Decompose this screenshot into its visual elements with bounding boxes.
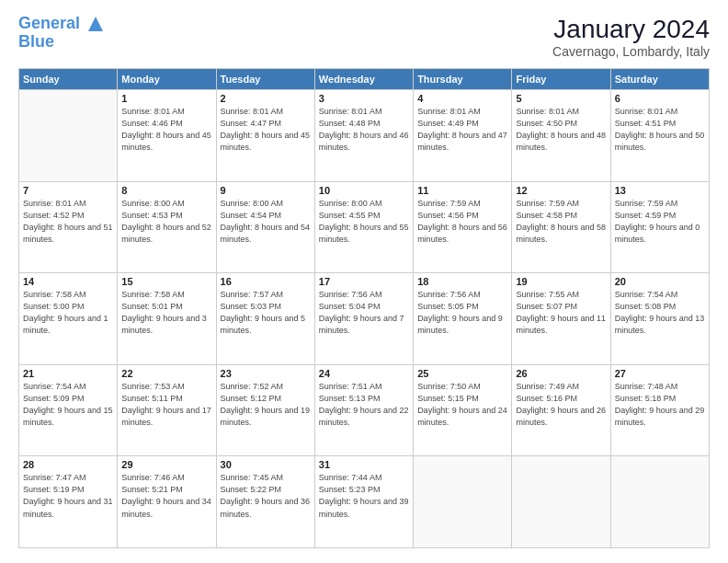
calendar-header-wednesday: Wednesday <box>314 69 413 90</box>
calendar-cell <box>512 456 610 548</box>
day-number: 13 <box>615 185 705 196</box>
day-number: 16 <box>221 276 311 287</box>
calendar-cell <box>610 456 709 548</box>
calendar-cell: 10 Sunrise: 8:00 AMSunset: 4:55 PMDaylig… <box>314 181 413 273</box>
day-detail: Sunrise: 7:54 AMSunset: 5:08 PMDaylight:… <box>615 289 705 337</box>
day-detail: Sunrise: 7:58 AMSunset: 5:00 PMDaylight:… <box>23 289 113 337</box>
day-detail: Sunrise: 7:53 AMSunset: 5:11 PMDaylight:… <box>121 381 211 429</box>
page: General Blue January 2024 Cavernago, Lom… <box>0 0 728 563</box>
calendar-cell: 3 Sunrise: 8:01 AMSunset: 4:48 PMDayligh… <box>314 90 413 182</box>
calendar-cell: 4 Sunrise: 8:01 AMSunset: 4:49 PMDayligh… <box>414 90 512 182</box>
calendar-cell: 22 Sunrise: 7:53 AMSunset: 5:11 PMDaylig… <box>118 364 216 456</box>
svg-marker-0 <box>88 17 103 31</box>
calendar-cell: 6 Sunrise: 8:01 AMSunset: 4:51 PMDayligh… <box>610 90 709 182</box>
calendar-cell: 2 Sunrise: 8:01 AMSunset: 4:47 PMDayligh… <box>216 90 314 182</box>
day-detail: Sunrise: 7:51 AMSunset: 5:13 PMDaylight:… <box>319 381 409 429</box>
day-detail: Sunrise: 7:56 AMSunset: 5:04 PMDaylight:… <box>319 289 409 337</box>
day-detail: Sunrise: 8:01 AMSunset: 4:51 PMDaylight:… <box>615 106 705 154</box>
day-detail: Sunrise: 7:58 AMSunset: 5:01 PMDaylight:… <box>121 289 211 337</box>
location: Cavernago, Lombardy, Italy <box>552 44 710 59</box>
day-number: 8 <box>121 185 211 196</box>
calendar-cell: 19 Sunrise: 7:55 AMSunset: 5:07 PMDaylig… <box>512 273 610 365</box>
day-number: 3 <box>319 93 409 104</box>
day-number: 14 <box>23 276 113 287</box>
calendar-header-tuesday: Tuesday <box>216 69 314 90</box>
day-detail: Sunrise: 7:59 AMSunset: 4:58 PMDaylight:… <box>516 198 606 246</box>
day-number: 11 <box>417 185 507 196</box>
calendar-cell: 1 Sunrise: 8:01 AMSunset: 4:46 PMDayligh… <box>118 90 216 182</box>
day-detail: Sunrise: 7:45 AMSunset: 5:22 PMDaylight:… <box>221 472 311 520</box>
calendar-cell: 14 Sunrise: 7:58 AMSunset: 5:00 PMDaylig… <box>19 273 118 365</box>
day-detail: Sunrise: 8:01 AMSunset: 4:46 PMDaylight:… <box>121 106 211 154</box>
day-number: 1 <box>121 93 211 104</box>
calendar-week-1: 1 Sunrise: 8:01 AMSunset: 4:46 PMDayligh… <box>19 90 710 182</box>
calendar-week-4: 21 Sunrise: 7:54 AMSunset: 5:09 PMDaylig… <box>19 364 710 456</box>
calendar-cell: 26 Sunrise: 7:49 AMSunset: 5:16 PMDaylig… <box>512 364 610 456</box>
calendar-cell: 15 Sunrise: 7:58 AMSunset: 5:01 PMDaylig… <box>118 273 216 365</box>
calendar-cell: 23 Sunrise: 7:52 AMSunset: 5:12 PMDaylig… <box>216 364 314 456</box>
calendar-week-3: 14 Sunrise: 7:58 AMSunset: 5:00 PMDaylig… <box>19 273 710 365</box>
day-detail: Sunrise: 7:56 AMSunset: 5:05 PMDaylight:… <box>417 289 507 337</box>
day-number: 26 <box>516 368 606 379</box>
day-number: 5 <box>516 93 606 104</box>
day-detail: Sunrise: 7:44 AMSunset: 5:23 PMDaylight:… <box>319 472 409 520</box>
day-detail: Sunrise: 8:01 AMSunset: 4:50 PMDaylight:… <box>516 106 606 154</box>
calendar-header-friday: Friday <box>512 69 610 90</box>
calendar-cell <box>414 456 512 548</box>
calendar-week-5: 28 Sunrise: 7:47 AMSunset: 5:19 PMDaylig… <box>19 456 710 548</box>
day-detail: Sunrise: 7:47 AMSunset: 5:19 PMDaylight:… <box>23 472 113 520</box>
calendar-header-saturday: Saturday <box>610 69 709 90</box>
day-detail: Sunrise: 7:55 AMSunset: 5:07 PMDaylight:… <box>516 289 606 337</box>
logo: General Blue <box>18 15 105 52</box>
day-detail: Sunrise: 7:59 AMSunset: 4:56 PMDaylight:… <box>417 198 507 246</box>
day-number: 4 <box>417 93 507 104</box>
day-number: 27 <box>615 368 705 379</box>
day-detail: Sunrise: 7:59 AMSunset: 4:59 PMDaylight:… <box>615 198 705 246</box>
calendar-week-2: 7 Sunrise: 8:01 AMSunset: 4:52 PMDayligh… <box>19 181 710 273</box>
day-detail: Sunrise: 7:57 AMSunset: 5:03 PMDaylight:… <box>221 289 311 337</box>
calendar-cell: 25 Sunrise: 7:50 AMSunset: 5:15 PMDaylig… <box>414 364 512 456</box>
day-number: 9 <box>221 185 311 196</box>
day-number: 21 <box>23 368 113 379</box>
calendar-header-row: SundayMondayTuesdayWednesdayThursdayFrid… <box>19 69 710 90</box>
day-number: 10 <box>319 185 409 196</box>
logo-general: General <box>18 14 80 32</box>
day-number: 28 <box>23 459 113 470</box>
day-number: 24 <box>319 368 409 379</box>
calendar-cell: 29 Sunrise: 7:46 AMSunset: 5:21 PMDaylig… <box>118 456 216 548</box>
day-detail: Sunrise: 8:00 AMSunset: 4:53 PMDaylight:… <box>121 198 211 246</box>
calendar-cell: 28 Sunrise: 7:47 AMSunset: 5:19 PMDaylig… <box>19 456 118 548</box>
calendar-cell: 31 Sunrise: 7:44 AMSunset: 5:23 PMDaylig… <box>314 456 413 548</box>
day-detail: Sunrise: 7:49 AMSunset: 5:16 PMDaylight:… <box>516 381 606 429</box>
day-number: 17 <box>319 276 409 287</box>
day-number: 12 <box>516 185 606 196</box>
day-number: 7 <box>23 185 113 196</box>
calendar-header-thursday: Thursday <box>414 69 512 90</box>
calendar-cell: 24 Sunrise: 7:51 AMSunset: 5:13 PMDaylig… <box>314 364 413 456</box>
day-detail: Sunrise: 7:52 AMSunset: 5:12 PMDaylight:… <box>221 381 311 429</box>
day-number: 20 <box>615 276 705 287</box>
logo-area: General Blue <box>18 15 105 52</box>
day-number: 23 <box>221 368 311 379</box>
calendar-cell: 9 Sunrise: 8:00 AMSunset: 4:54 PMDayligh… <box>216 181 314 273</box>
calendar-cell: 17 Sunrise: 7:56 AMSunset: 5:04 PMDaylig… <box>314 273 413 365</box>
day-number: 19 <box>516 276 606 287</box>
calendar-cell: 13 Sunrise: 7:59 AMSunset: 4:59 PMDaylig… <box>610 181 709 273</box>
logo-blue: Blue <box>18 32 54 51</box>
month-title: January 2024 <box>552 15 710 44</box>
calendar-table: SundayMondayTuesdayWednesdayThursdayFrid… <box>18 68 710 548</box>
day-number: 29 <box>121 459 211 470</box>
header: General Blue January 2024 Cavernago, Lom… <box>18 15 710 59</box>
day-detail: Sunrise: 7:48 AMSunset: 5:18 PMDaylight:… <box>615 381 705 429</box>
day-detail: Sunrise: 8:00 AMSunset: 4:55 PMDaylight:… <box>319 198 409 246</box>
calendar-cell: 20 Sunrise: 7:54 AMSunset: 5:08 PMDaylig… <box>610 273 709 365</box>
day-detail: Sunrise: 8:00 AMSunset: 4:54 PMDaylight:… <box>221 198 311 246</box>
calendar-cell: 8 Sunrise: 8:00 AMSunset: 4:53 PMDayligh… <box>118 181 216 273</box>
calendar-header-monday: Monday <box>118 69 216 90</box>
day-number: 30 <box>221 459 311 470</box>
calendar-cell: 21 Sunrise: 7:54 AMSunset: 5:09 PMDaylig… <box>19 364 118 456</box>
day-detail: Sunrise: 8:01 AMSunset: 4:47 PMDaylight:… <box>221 106 311 154</box>
calendar-cell: 12 Sunrise: 7:59 AMSunset: 4:58 PMDaylig… <box>512 181 610 273</box>
day-detail: Sunrise: 8:01 AMSunset: 4:52 PMDaylight:… <box>23 198 113 246</box>
day-number: 15 <box>121 276 211 287</box>
